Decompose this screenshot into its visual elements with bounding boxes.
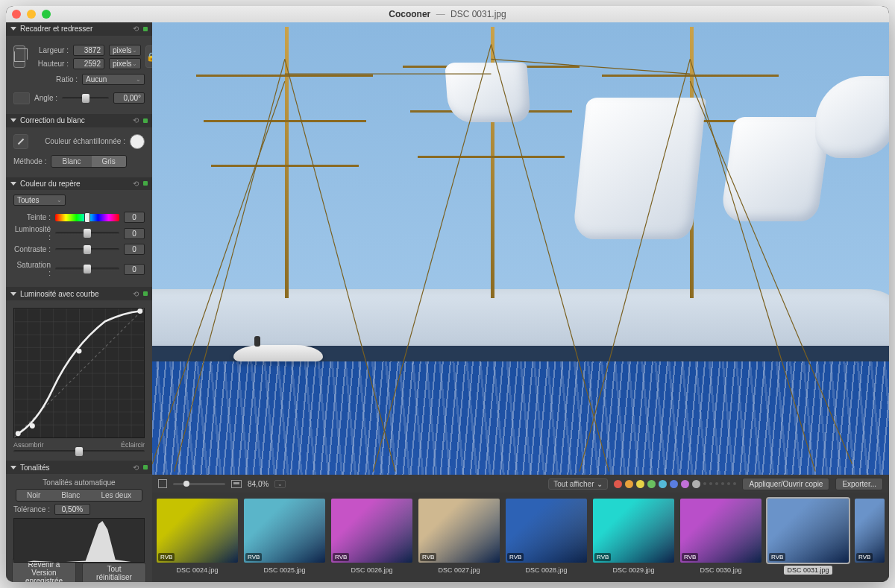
- filmstrip-item[interactable]: RVB: [855, 499, 885, 563]
- thumbnail-label: DSC 0030.jpg: [697, 566, 744, 575]
- filmstrip-item[interactable]: RVBDSC 0026.jpg: [331, 499, 412, 575]
- sample-label: Couleur échantillonnée :: [33, 137, 125, 145]
- app-name: Cocooner: [389, 9, 430, 19]
- filmstrip-item[interactable]: RVBDSC 0030.jpg: [680, 499, 761, 575]
- saturation-input[interactable]: 0: [124, 264, 145, 275]
- color-tag-empty[interactable]: [715, 482, 718, 485]
- reset-icon[interactable]: ⟲: [133, 290, 139, 298]
- saturation-slider[interactable]: [55, 268, 119, 271]
- hue-input[interactable]: 0: [124, 212, 145, 223]
- reset-icon[interactable]: ⟲: [133, 180, 139, 188]
- lock-icon[interactable]: 🔒: [145, 45, 152, 68]
- color-tag-empty[interactable]: [703, 482, 706, 485]
- chevron-down-icon[interactable]: ⌄: [274, 480, 286, 488]
- color-tag-empty[interactable]: [709, 482, 712, 485]
- filmstrip-item[interactable]: RVBDSC 0027.jpg: [418, 499, 500, 575]
- tolerance-input[interactable]: 0,50%: [54, 504, 90, 515]
- panel-header-color[interactable]: Couleur du repère ⟲: [6, 177, 152, 191]
- angle-input[interactable]: 0,00°: [113, 92, 145, 104]
- export-button[interactable]: Exporter...: [835, 478, 883, 490]
- crop-icon[interactable]: [13, 45, 25, 68]
- method-segment[interactable]: Blanc Gris: [51, 155, 126, 168]
- titlebar: Cocooner — DSC 0031.jpg: [6, 6, 889, 22]
- color-tag-dot[interactable]: [681, 480, 689, 488]
- thumbnail-label: DSC 0031.jpg: [784, 566, 832, 575]
- angle-icon: [13, 92, 30, 104]
- color-tag-empty[interactable]: [721, 482, 724, 485]
- color-tag-dot[interactable]: [614, 480, 622, 488]
- width-unit-select[interactable]: pixels⌄: [109, 45, 141, 56]
- tones-noir[interactable]: Noir: [16, 490, 51, 501]
- color-tag-dot[interactable]: [692, 480, 700, 488]
- panel-header-curve[interactable]: Luminosité avec courbe ⟲: [6, 287, 152, 300]
- tones-segment[interactable]: Noir Blanc Les deux: [16, 489, 142, 502]
- zoom-slider[interactable]: [173, 483, 225, 485]
- image-preview[interactable]: [152, 22, 889, 475]
- height-unit-select[interactable]: pixels⌄: [109, 58, 141, 69]
- thumbnail-image: RVB: [855, 499, 885, 563]
- reset-icon[interactable]: ⟲: [133, 116, 139, 124]
- svg-point-5: [137, 309, 142, 314]
- height-input[interactable]: 2592: [73, 58, 104, 69]
- inspector-sidebar: Recadrer et redresser ⟲ Largeur : 3872 p…: [6, 22, 152, 582]
- thumbnail-label: DSC 0026.jpg: [348, 566, 395, 575]
- panel-header-tones[interactable]: Tonalités ⟲: [6, 461, 152, 474]
- panel-title: Correction du blanc: [20, 116, 85, 124]
- filmstrip-item[interactable]: RVBDSC 0031.jpg: [767, 499, 849, 575]
- filmstrip-item[interactable]: RVBDSC 0024.jpg: [157, 499, 238, 575]
- svg-point-3: [30, 423, 35, 429]
- document-name: DSC 0031.jpg: [450, 9, 506, 19]
- curve-balance-slider[interactable]: [13, 450, 145, 453]
- contrast-input[interactable]: 0: [124, 244, 145, 255]
- filmstrip-item[interactable]: RVBDSC 0029.jpg: [593, 499, 674, 575]
- method-gris[interactable]: Gris: [92, 156, 126, 167]
- color-tag-dot[interactable]: [636, 480, 644, 488]
- sampled-color-swatch[interactable]: [130, 134, 145, 149]
- saturation-label: Saturation :: [13, 261, 51, 277]
- color-tag-empty[interactable]: [727, 482, 730, 485]
- hue-label: Teinte :: [13, 213, 51, 221]
- eyedropper-icon[interactable]: [13, 134, 28, 149]
- panel-header-crop[interactable]: Recadrer et redresser ⟲: [6, 22, 152, 36]
- color-tag-empty[interactable]: [733, 482, 736, 485]
- brightness-input[interactable]: 0: [124, 228, 145, 239]
- reset-all-button[interactable]: Tout réinitialiser: [82, 563, 146, 582]
- thumbnail-label: DSC 0029.jpg: [609, 566, 657, 575]
- thumbnail-image: RVB: [506, 499, 587, 563]
- method-blanc[interactable]: Blanc: [51, 156, 91, 167]
- contrast-slider[interactable]: [55, 248, 119, 251]
- ratio-select[interactable]: Aucun⌄: [82, 74, 145, 85]
- reset-icon[interactable]: ⟲: [133, 464, 139, 472]
- panel-header-white[interactable]: Correction du blanc ⟲: [6, 114, 152, 127]
- curve-editor[interactable]: [13, 308, 145, 438]
- panel-title: Luminosité avec courbe: [20, 290, 99, 298]
- filter-select[interactable]: Tout afficher⌄: [548, 478, 608, 490]
- disclosure-icon: [10, 27, 16, 31]
- thumbnail-image: RVB: [157, 499, 238, 563]
- colorspace-badge: RVB: [856, 553, 873, 561]
- filmstrip-item[interactable]: RVBDSC 0028.jpg: [506, 499, 587, 575]
- hue-slider[interactable]: [55, 214, 119, 221]
- color-tag-dot[interactable]: [625, 480, 633, 488]
- color-tag-dot[interactable]: [647, 480, 656, 488]
- tones-deux[interactable]: Les deux: [90, 490, 142, 501]
- color-tag-dot[interactable]: [670, 480, 678, 488]
- filmstrip-item[interactable]: RVBDSC 0025.jpg: [244, 499, 325, 575]
- reset-icon[interactable]: ⟲: [133, 25, 139, 33]
- fit-icon[interactable]: [231, 480, 242, 488]
- color-scope-select[interactable]: Toutes⌄: [13, 195, 66, 206]
- colorspace-badge: RVB: [420, 553, 436, 561]
- active-indicator: [143, 118, 148, 123]
- filmstrip[interactable]: RVBDSC 0024.jpgRVBDSC 0025.jpgRVBDSC 002…: [152, 493, 889, 582]
- crop-preview-icon[interactable]: [158, 479, 167, 488]
- thumbnail-label: DSC 0025.jpg: [260, 566, 308, 575]
- disclosure-icon: [10, 466, 16, 470]
- width-input[interactable]: 3872: [73, 45, 104, 56]
- active-indicator: [143, 291, 148, 296]
- tones-blanc[interactable]: Blanc: [51, 490, 90, 501]
- color-tag-dot[interactable]: [659, 480, 667, 488]
- angle-slider[interactable]: [62, 97, 109, 100]
- ratio-label: Ratio :: [13, 75, 78, 83]
- brightness-slider[interactable]: [55, 232, 119, 235]
- apply-button[interactable]: Appliquer/Ouvrir copie: [742, 478, 829, 490]
